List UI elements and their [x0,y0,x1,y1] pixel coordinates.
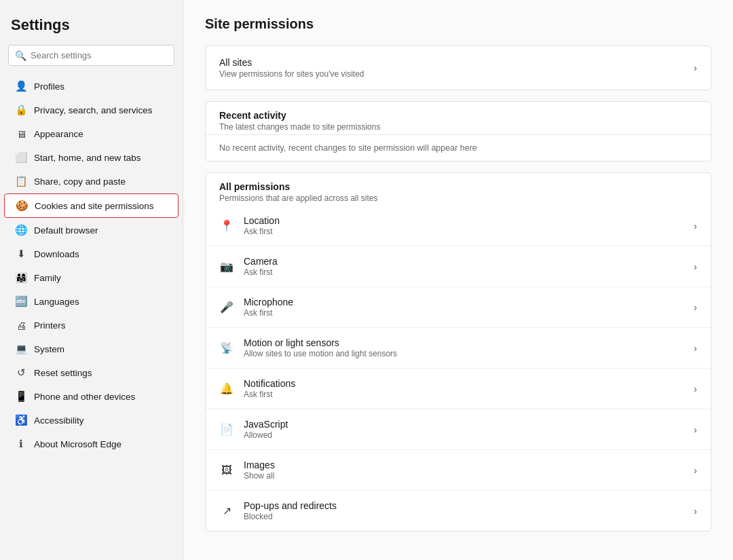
perm-text-images: ImagesShow all [244,460,275,481]
microphone-chevron: › [694,302,697,313]
sidebar-item-appearance[interactable]: 🖥Appearance [4,122,178,145]
sidebar-item-accessibility[interactable]: ♿Accessibility [4,409,178,432]
perm-sub-location: Ask first [244,227,280,236]
sidebar-item-default-browser[interactable]: 🌐Default browser [4,219,178,242]
sidebar-title: Settings [0,11,183,45]
perm-title-microphone: Microphone [244,297,293,307]
recent-activity-header: Recent activity The latest changes made … [206,102,711,134]
sidebar-item-share-copy[interactable]: 📋Share, copy and paste [4,170,178,193]
family-icon: 👨‍👩‍👧 [15,272,27,284]
perm-title-popups: Pop-ups and redirects [244,500,337,511]
perm-left-camera: 📷CameraAsk first [219,256,278,277]
sidebar-item-start-home[interactable]: ⬜Start, home, and new tabs [4,146,178,169]
perm-text-motion-sensors: Motion or light sensorsAllow sites to us… [244,337,397,358]
perm-text-location: LocationAsk first [244,215,280,236]
sidebar-item-family[interactable]: 👨‍👩‍👧Family [4,266,178,289]
sidebar: Settings 🔍 👤Profiles🔒Privacy, search, an… [0,0,183,560]
sidebar-item-label-appearance: Appearance [34,129,83,139]
perm-sub-motion-sensors: Allow sites to use motion and light sens… [244,349,397,358]
sidebar-item-label-phone: Phone and other devices [34,392,135,402]
sidebar-item-privacy[interactable]: 🔒Privacy, search, and services [4,98,178,122]
javascript-chevron: › [694,424,697,435]
popups-chevron: › [694,506,697,517]
all-permissions-card: All permissions Permissions that are app… [205,172,711,531]
all-sites-title: All sites [219,57,364,68]
sidebar-item-downloads[interactable]: ⬇Downloads [4,242,178,265]
all-permissions-subtitle: Permissions that are applied across all … [219,193,697,203]
recent-activity-empty: No recent activity, recent changes to si… [206,134,711,161]
sidebar-item-phone[interactable]: 📱Phone and other devices [4,385,178,408]
recent-activity-subtitle: The latest changes made to site permissi… [219,122,697,132]
recent-activity-card: Recent activity The latest changes made … [205,101,711,162]
motion-sensors-chevron: › [694,343,697,354]
perm-left-microphone: 🎤MicrophoneAsk first [219,297,293,318]
perm-sub-notifications: Ask first [244,390,295,399]
cookies-icon: 🍪 [16,200,28,212]
downloads-icon: ⬇ [15,248,27,260]
javascript-icon: 📄 [219,422,234,437]
all-sites-text: All sites View permissions for sites you… [219,57,364,79]
motion-sensors-icon: 📡 [219,341,234,356]
perm-row-location[interactable]: 📍LocationAsk first› [206,206,711,246]
perm-sub-images: Show all [244,471,275,481]
perm-text-popups: Pop-ups and redirectsBlocked [244,500,337,521]
share-copy-icon: 📋 [15,175,27,187]
sidebar-item-label-family: Family [34,273,61,283]
perm-title-motion-sensors: Motion or light sensors [244,337,397,348]
system-icon: 💻 [15,343,27,355]
perm-sub-javascript: Allowed [244,430,288,440]
sidebar-item-label-downloads: Downloads [34,249,79,259]
sidebar-item-reset[interactable]: ↺Reset settings [4,361,178,384]
perm-title-javascript: JavaScript [244,419,288,430]
perm-row-javascript[interactable]: 📄JavaScriptAllowed› [206,409,711,450]
about-icon: ℹ [15,438,27,450]
sidebar-item-label-about: About Microsoft Edge [34,439,121,449]
popups-icon: ↗ [219,504,234,519]
reset-icon: ↺ [15,367,27,379]
sidebar-item-about[interactable]: ℹAbout Microsoft Edge [4,432,178,455]
privacy-icon: 🔒 [15,104,27,116]
images-icon: 🖼 [219,463,234,478]
perm-row-popups[interactable]: ↗Pop-ups and redirectsBlocked› [206,491,711,531]
perm-title-images: Images [244,460,275,470]
perm-left-location: 📍LocationAsk first [219,215,280,236]
perm-row-notifications[interactable]: 🔔NotificationsAsk first› [206,369,711,409]
sidebar-item-label-cookies: Cookies and site permissions [35,201,154,211]
sidebar-item-label-default-browser: Default browser [34,225,98,236]
location-chevron: › [694,221,697,231]
location-icon: 📍 [219,219,234,234]
camera-icon: 📷 [219,259,234,274]
notifications-chevron: › [694,384,697,394]
recent-activity-title: Recent activity [219,110,697,121]
images-chevron: › [694,465,697,476]
search-container: 🔍 [8,45,174,66]
search-input[interactable] [8,45,174,66]
sidebar-item-cookies[interactable]: 🍪Cookies and site permissions [4,193,178,218]
sidebar-item-system[interactable]: 💻System [4,337,178,360]
perm-left-images: 🖼ImagesShow all [219,460,275,481]
profiles-icon: 👤 [15,80,27,92]
printers-icon: 🖨 [15,319,27,331]
sidebar-item-printers[interactable]: 🖨Printers [4,314,178,337]
sidebar-item-languages[interactable]: 🔤Languages [4,290,178,313]
sidebar-item-label-accessibility: Accessibility [34,415,84,426]
all-sites-card: All sites View permissions for sites you… [205,45,711,90]
all-permissions-title: All permissions [219,181,697,192]
perm-row-motion-sensors[interactable]: 📡Motion or light sensorsAllow sites to u… [206,328,711,369]
perm-sub-microphone: Ask first [244,308,293,318]
sidebar-item-label-reset: Reset settings [34,368,92,378]
sidebar-item-label-languages: Languages [34,297,79,307]
perm-sub-popups: Blocked [244,512,337,521]
perm-row-images[interactable]: 🖼ImagesShow all› [206,450,711,491]
search-icon: 🔍 [15,50,26,61]
perm-sub-camera: Ask first [244,267,278,277]
all-sites-row[interactable]: All sites View permissions for sites you… [206,46,711,90]
sidebar-item-label-start-home: Start, home, and new tabs [34,153,141,163]
perm-row-camera[interactable]: 📷CameraAsk first› [206,246,711,287]
perm-title-notifications: Notifications [244,378,295,389]
sidebar-item-label-printers: Printers [34,320,66,331]
microphone-icon: 🎤 [219,300,234,315]
sidebar-item-profiles[interactable]: 👤Profiles [4,75,178,98]
permissions-list: 📍LocationAsk first›📷CameraAsk first›🎤Mic… [206,206,711,531]
perm-row-microphone[interactable]: 🎤MicrophoneAsk first› [206,287,711,328]
